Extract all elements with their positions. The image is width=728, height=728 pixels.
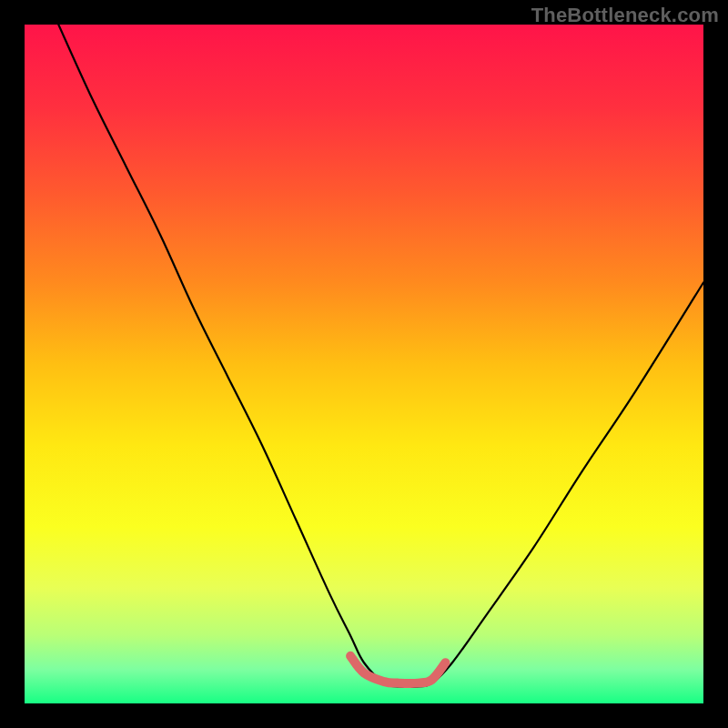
chart-frame: TheBottleneck.com xyxy=(0,0,728,728)
plot-area xyxy=(25,25,703,703)
bottleneck-plot xyxy=(25,25,703,703)
gradient-background xyxy=(25,25,703,703)
watermark-text: TheBottleneck.com xyxy=(531,4,719,27)
